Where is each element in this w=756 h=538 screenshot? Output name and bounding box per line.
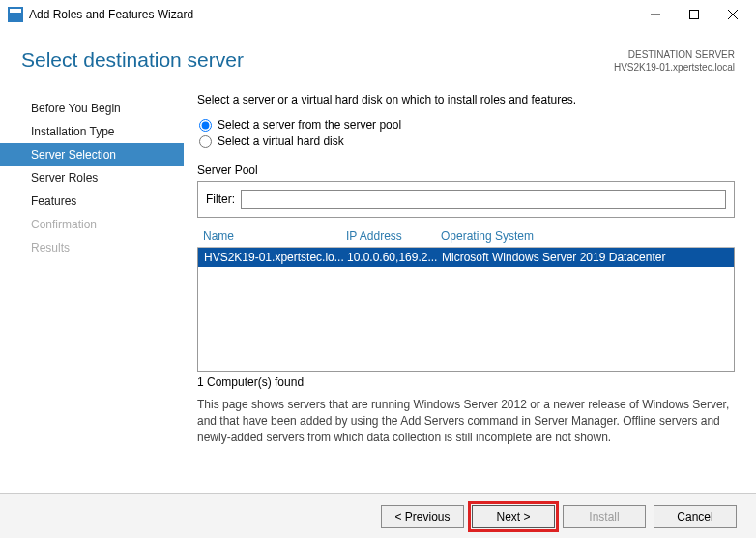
step-results: Results [0, 236, 184, 259]
step-server-roles[interactable]: Server Roles [0, 166, 184, 190]
server-pool-label: Server Pool [197, 164, 735, 177]
cell-os: Microsoft Windows Server 2019 Datacenter [442, 251, 728, 264]
intro-text: Select a server or a virtual hard disk o… [197, 93, 735, 106]
step-features[interactable]: Features [0, 190, 184, 213]
cell-name: HVS2K19-01.xpertstec.lo... [204, 251, 347, 264]
maximize-button[interactable] [675, 1, 713, 28]
step-server-selection[interactable]: Server Selection [0, 143, 184, 166]
column-ip[interactable]: IP Address [346, 229, 441, 243]
radio-vhd[interactable] [199, 135, 212, 148]
wizard-steps: Before You Begin Installation Type Serve… [0, 93, 184, 445]
filter-label: Filter: [206, 193, 235, 206]
computers-found: 1 Computer(s) found [197, 375, 735, 389]
radio-vhd-label: Select a virtual hard disk [218, 134, 344, 148]
radio-server-pool-label: Select a server from the server pool [218, 118, 401, 132]
radio-server-pool[interactable] [199, 119, 212, 132]
install-button: Install [563, 505, 646, 528]
filter-input[interactable] [241, 190, 726, 209]
page-header: Select destination server DESTINATION SE… [0, 29, 756, 85]
close-button[interactable] [713, 1, 752, 28]
table-row[interactable]: HVS2K19-01.xpertstec.lo... 10.0.0.60,169… [198, 248, 734, 267]
previous-button[interactable]: < Previous [381, 505, 464, 528]
minimize-button[interactable] [636, 1, 675, 28]
next-button[interactable]: Next > [472, 505, 555, 528]
column-name[interactable]: Name [203, 229, 346, 243]
destination-info: DESTINATION SERVER HVS2K19-01.xpertstec.… [614, 48, 735, 74]
column-os[interactable]: Operating System [441, 229, 729, 243]
page-title: Select destination server [21, 48, 244, 72]
content-panel: Select a server or a virtual hard disk o… [184, 93, 739, 445]
step-installation-type[interactable]: Installation Type [0, 120, 184, 143]
info-note: This page shows servers that are running… [197, 397, 735, 445]
server-table-body: HVS2K19-01.xpertstec.lo... 10.0.0.60,169… [197, 248, 735, 372]
cell-ip: 10.0.0.60,169.2... [347, 251, 442, 264]
svg-rect-1 [690, 11, 699, 19]
server-table-header: Name IP Address Operating System [197, 224, 735, 248]
window-title: Add Roles and Features Wizard [29, 8, 636, 21]
step-before-you-begin[interactable]: Before You Begin [0, 97, 184, 120]
footer-buttons: < Previous Next > Install Cancel [0, 493, 756, 538]
cancel-button[interactable]: Cancel [654, 505, 737, 528]
destination-label: DESTINATION SERVER [614, 48, 735, 61]
destination-value: HVS2K19-01.xpertstec.local [614, 61, 735, 74]
wizard-icon [8, 7, 23, 22]
filter-box: Filter: [197, 181, 735, 218]
titlebar: Add Roles and Features Wizard [0, 0, 756, 29]
step-confirmation: Confirmation [0, 213, 184, 236]
